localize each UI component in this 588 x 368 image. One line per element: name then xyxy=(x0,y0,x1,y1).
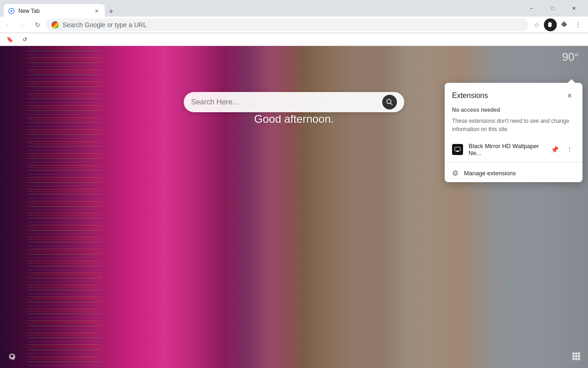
svg-rect-12 xyxy=(575,358,577,360)
extension-name: Black Mirror HD Wallpaper Ne... xyxy=(469,143,545,156)
tab-favicon xyxy=(8,8,15,14)
svg-rect-8 xyxy=(572,355,575,357)
window-controls: − □ ✕ xyxy=(521,0,584,17)
tab-strip: New Tab ✕ + xyxy=(4,0,521,17)
extensions-header: Extensions ✕ xyxy=(445,83,582,105)
maximize-button[interactable]: □ xyxy=(542,0,563,17)
svg-rect-10 xyxy=(578,355,580,357)
minimize-button[interactable]: − xyxy=(521,0,542,17)
manage-extensions-icon: ⚙ xyxy=(452,169,458,178)
chrome-menu-button[interactable]: ⋮ xyxy=(571,18,584,31)
svg-point-1 xyxy=(11,10,12,12)
greeting-text: Good afternoon. xyxy=(254,113,334,126)
bookmark-star-button[interactable]: ☆ xyxy=(530,18,543,31)
svg-rect-7 xyxy=(578,352,580,355)
manage-extensions-item[interactable]: ⚙ Manage extensions xyxy=(445,164,582,182)
extensions-divider xyxy=(445,162,582,162)
bookmark-item-history[interactable]: ↺ xyxy=(20,35,30,44)
new-tab-button[interactable]: + xyxy=(105,5,118,18)
tab-close-button[interactable]: ✕ xyxy=(93,7,100,15)
refresh-button[interactable]: ↻ xyxy=(31,18,44,31)
settings-gear-button[interactable] xyxy=(6,350,18,362)
manage-extensions-label: Manage extensions xyxy=(464,170,516,177)
extensions-section-label: No access needed xyxy=(445,105,582,117)
active-tab[interactable]: New Tab ✕ xyxy=(4,4,105,18)
extension-more-button[interactable]: ⋮ xyxy=(564,144,575,155)
extensions-puzzle-button[interactable] xyxy=(544,18,557,31)
tab-title: New Tab xyxy=(18,8,89,14)
svg-rect-5 xyxy=(572,352,575,355)
google-logo xyxy=(51,21,59,29)
bookmarks-bar: 🔖 ↺ xyxy=(0,33,588,46)
forward-button[interactable]: → xyxy=(17,18,29,31)
svg-line-4 xyxy=(390,103,392,105)
extension-icon xyxy=(452,144,463,155)
address-bar: ← → ↻ Search Google or type a URL ☆ ⋮ xyxy=(0,17,588,33)
temperature-display: 90° xyxy=(562,51,579,63)
extensions-close-button[interactable]: ✕ xyxy=(564,90,575,101)
history-icon: ↺ xyxy=(23,36,27,43)
page-content: Good afternoon. 90° xyxy=(0,46,588,368)
extensions-section-desc: These extensions don't need to see and c… xyxy=(445,117,582,139)
search-box[interactable] xyxy=(184,92,404,112)
svg-rect-15 xyxy=(456,151,459,152)
extensions-title: Extensions xyxy=(452,92,488,100)
close-button[interactable]: ✕ xyxy=(563,0,584,17)
omnibox[interactable]: Search Google or type a URL xyxy=(46,18,528,31)
title-bar: New Tab ✕ + − □ ✕ xyxy=(0,0,588,17)
extensions-popup: Extensions ✕ No access needed These exte… xyxy=(445,83,582,182)
extension-item-black-mirror[interactable]: Black Mirror HD Wallpaper Ne... 📌 ⋮ xyxy=(445,139,582,160)
popup-arrow xyxy=(568,79,575,83)
apps-grid-button[interactable] xyxy=(570,350,582,362)
extension-pin-icon: 📌 xyxy=(551,146,559,153)
browser-window: New Tab ✕ + − □ ✕ ← → ↻ Search Google or… xyxy=(0,0,588,368)
svg-rect-9 xyxy=(575,355,577,357)
svg-rect-11 xyxy=(572,358,575,360)
search-input[interactable] xyxy=(191,98,377,106)
svg-rect-13 xyxy=(578,358,580,360)
bookmark-icon: 🔖 xyxy=(6,36,13,43)
svg-rect-6 xyxy=(575,352,577,355)
omnibox-text: Search Google or type a URL xyxy=(62,21,523,29)
pixel-streaks xyxy=(28,46,101,368)
bookmark-item-reading-list[interactable]: 🔖 xyxy=(4,35,16,44)
chrome-settings-button[interactable] xyxy=(558,18,571,31)
svg-rect-14 xyxy=(455,147,460,151)
search-submit-button[interactable] xyxy=(382,95,397,109)
toolbar-right: ☆ ⋮ xyxy=(530,18,584,31)
back-button[interactable]: ← xyxy=(2,18,15,31)
